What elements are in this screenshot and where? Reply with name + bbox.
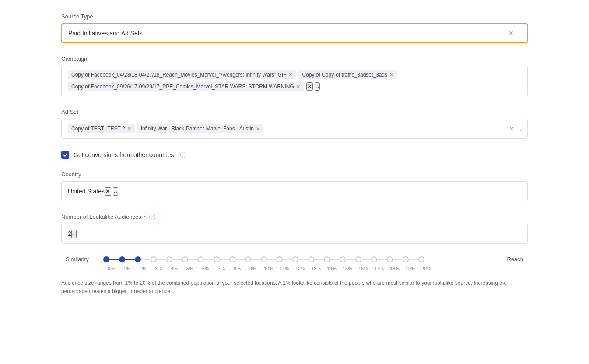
dot-10[interactable]: [261, 256, 267, 262]
adset-label: Ad Set: [61, 108, 528, 115]
dot-line-gray-7: [220, 259, 229, 260]
dot-line-gray-12: [298, 259, 308, 260]
lookalike-section: Number of Lookalike Audiences • i 2 ⌵: [61, 214, 528, 244]
pct-2: 2%: [135, 266, 151, 271]
campaign-tag-1: Copy of Copy-of traffic_3adset_3ads ✕: [298, 70, 397, 79]
pct-13: 13%: [308, 266, 324, 271]
dot-0[interactable]: [103, 256, 109, 262]
dot-1[interactable]: [119, 256, 125, 262]
campaign-label: Campaign: [61, 56, 528, 62]
pct-5: 5%: [182, 266, 198, 271]
campaign-tag-0-remove[interactable]: ✕: [288, 73, 292, 77]
lookalike-dropdown[interactable]: 2 ⌵: [61, 224, 528, 244]
country-value: United States: [68, 188, 105, 195]
campaign-clear-button[interactable]: ✕: [306, 82, 313, 91]
dot-7[interactable]: [214, 256, 220, 262]
pct-18: 18%: [387, 266, 403, 271]
campaign-tag-2-remove[interactable]: ✕: [296, 84, 300, 89]
pct-10: 10%: [261, 266, 277, 271]
similarity-label: Similarity: [66, 256, 96, 262]
pct-8: 8%: [229, 266, 245, 271]
country-select[interactable]: United States ✕ ⌵: [61, 181, 528, 201]
dot-4[interactable]: [166, 256, 172, 262]
adset-section: Ad Set Copy of TEST -TEST 2 ✕ Infinity W…: [61, 108, 528, 139]
dot-16[interactable]: [355, 256, 361, 262]
dot-line-gray-8: [235, 259, 245, 260]
pct-15: 15%: [340, 266, 355, 271]
dot-6[interactable]: [198, 256, 204, 262]
pct-row: 0% 1% 2% 3% 4% 5% 6% 7% 8% 9% 10% 11% 12…: [103, 266, 523, 271]
dot-13[interactable]: [308, 256, 314, 262]
adset-tag-0-text: Copy of TEST -TEST 2: [71, 126, 125, 132]
campaign-tag-2: Copy of Facebook_09/26/17-09/29/17_PPE_C…: [68, 82, 304, 91]
campaign-tag-0-text: Copy of Facebook_04/23/18-04/27/18_Reach…: [71, 72, 286, 78]
dot-8[interactable]: [229, 256, 235, 262]
source-type-section: Source Type Paid Initiatives and Ad Sets…: [61, 13, 528, 43]
adset-tag-1-text: Infinity War - Black Panther-Marvel Fans…: [141, 126, 254, 132]
source-type-chevron-button[interactable]: ⌵: [517, 29, 522, 37]
source-type-label: Source Type: [61, 13, 528, 20]
dot-19[interactable]: [403, 256, 409, 262]
reach-label: Reach: [501, 256, 523, 262]
adset-tag-1: Infinity War - Black Panther-Marvel Fans…: [137, 124, 263, 133]
dot-5[interactable]: [182, 256, 188, 262]
lookalike-chevron-button[interactable]: ⌵: [71, 230, 77, 238]
conversions-info-icon: i: [180, 152, 186, 158]
pct-12: 12%: [292, 266, 308, 271]
dot-line-gray-9: [251, 259, 261, 260]
slider-row: Similarity: [66, 256, 523, 262]
dots-container[interactable]: [103, 256, 494, 262]
dot-line-gray-13: [314, 259, 324, 260]
campaign-tag-1-remove[interactable]: ✕: [389, 73, 393, 77]
adset-clear-button[interactable]: ✕: [508, 125, 515, 133]
dot-line-gray-3: [157, 259, 166, 260]
conversions-label: Get conversions from other countries: [74, 151, 174, 158]
adset-tag-0-remove[interactable]: ✕: [127, 126, 131, 131]
dot-line-gray-15: [346, 259, 355, 260]
dot-11[interactable]: [277, 256, 283, 262]
dot-20[interactable]: [418, 256, 424, 262]
campaign-select[interactable]: Copy of Facebook_04/23/18-04/27/18_Reach…: [61, 66, 528, 96]
adset-select[interactable]: Copy of TEST -TEST 2 ✕ Infinity War - Bl…: [61, 119, 528, 139]
pct-20: 20%: [418, 266, 434, 271]
dot-12[interactable]: [292, 256, 298, 262]
pct-16: 16%: [355, 266, 371, 271]
lookalike-info-icon: i: [149, 214, 155, 220]
pct-11: 11%: [277, 266, 292, 271]
campaign-section: Campaign Copy of Facebook_04/23/18-04/27…: [61, 56, 528, 96]
dot-line-gray-16: [361, 259, 371, 260]
pct-17: 17%: [371, 266, 387, 271]
lookalike-controls: ⌵: [71, 230, 77, 238]
dot-line-gray-18: [393, 259, 403, 260]
country-controls: ✕ ⌵: [105, 187, 118, 196]
lookalike-value: 2: [68, 230, 71, 237]
conversions-section: Get conversions from other countries i: [61, 151, 528, 159]
dot-17[interactable]: [371, 256, 377, 262]
dot-18[interactable]: [387, 256, 393, 262]
country-label: Country: [61, 171, 528, 178]
lookalike-label: Number of Lookalike Audiences • i: [61, 214, 528, 220]
source-type-select[interactable]: Paid Initiatives and Ad Sets ✕ ⌵: [61, 23, 528, 43]
pct-4: 4%: [166, 266, 182, 271]
source-type-clear-button[interactable]: ✕: [508, 29, 515, 37]
country-clear-button[interactable]: ✕: [105, 187, 111, 196]
adset-tag-0: Copy of TEST -TEST 2 ✕: [68, 124, 135, 133]
dot-3[interactable]: [151, 256, 157, 262]
dot-2[interactable]: [135, 256, 141, 262]
campaign-tag-2-text: Copy of Facebook_09/26/17-09/29/17_PPE_C…: [71, 84, 294, 90]
country-chevron-button[interactable]: ⌵: [113, 187, 118, 196]
dot-9[interactable]: [245, 256, 251, 262]
conversions-row: Get conversions from other countries i: [61, 151, 528, 159]
dot-line-0: [109, 259, 119, 260]
dot-14[interactable]: [324, 256, 330, 262]
campaign-tag-0: Copy of Facebook_04/23/18-04/27/18_Reach…: [68, 70, 296, 79]
campaign-chevron-button[interactable]: ⌵: [315, 82, 320, 91]
conversions-checkbox[interactable]: [61, 151, 69, 159]
adset-tag-1-remove[interactable]: ✕: [256, 126, 260, 131]
source-type-controls: ✕ ⌵: [508, 29, 522, 37]
adset-chevron-button[interactable]: ⌵: [518, 125, 523, 133]
dot-line-gray-10: [267, 259, 277, 260]
pct-6: 6%: [198, 266, 214, 271]
dot-line-gray-4: [172, 259, 182, 260]
dot-15[interactable]: [340, 256, 346, 262]
